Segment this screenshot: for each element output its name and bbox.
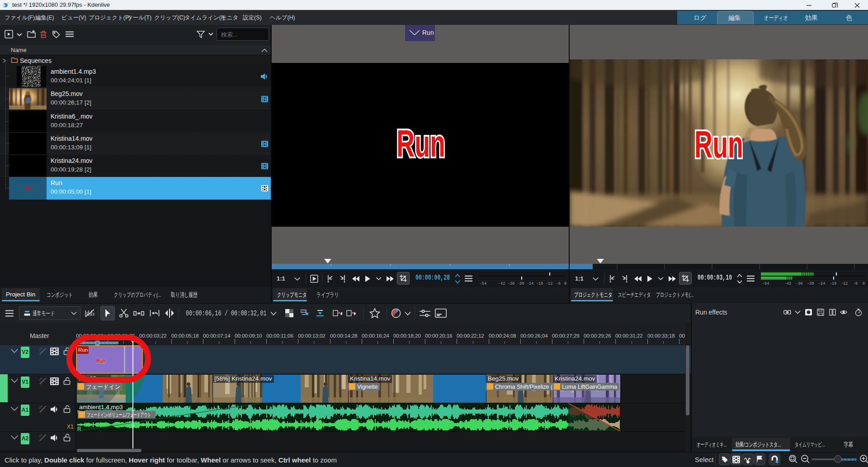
svg-text:Run: Run [694, 124, 743, 166]
svg-text:Run: Run [396, 123, 445, 165]
